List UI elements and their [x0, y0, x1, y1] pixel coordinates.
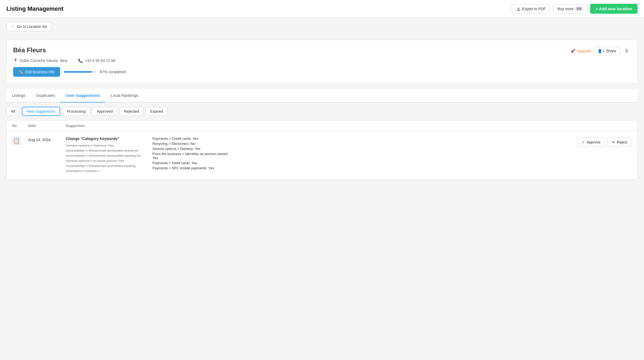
trash-icon: 🗑 — [624, 48, 629, 53]
sub-bar: ← Go to Location list — [0, 18, 644, 35]
business-name: Béa Fleurs — [13, 46, 46, 54]
tab-duplicates[interactable]: Duplicates — [31, 89, 60, 102]
main-content: Béa Fleurs 🚀 Upgrade 👤+ Share 🗑 📍 61Bis … — [0, 35, 644, 184]
business-card-actions: 🚀 Upgrade 👤+ Share 🗑 — [570, 46, 631, 55]
new-value-3: Service options > Delivery: Yes — [152, 147, 231, 151]
new-value-4: From the business > Identifies as women-… — [152, 152, 231, 160]
business-card: Béa Fleurs 🚀 Upgrade 👤+ Share 🗑 📍 61Bis … — [6, 40, 638, 83]
back-arrow-icon: ← — [11, 24, 15, 29]
suggestion-title: Change "Category Keywords" — [66, 137, 144, 141]
strikethrough-4: Service options > In-store pickup: Yes — [66, 159, 144, 163]
filter-processing[interactable]: Processing — [62, 107, 90, 116]
progress-bar-fill — [64, 71, 92, 73]
back-button[interactable]: ← Go to Location list — [6, 22, 52, 31]
strikethrough-2: Accessibility > Wheelchair accessible en… — [66, 149, 144, 153]
share-icon: 👤+ — [598, 49, 604, 53]
progress-section: ✏️ Edit business info 87% completed — [13, 67, 631, 77]
business-meta: 📍 61Bis Corniche Fleurie, Nice 📞 +33 4 9… — [13, 58, 631, 63]
export-icon — [516, 7, 521, 11]
directory-icon: 📋 — [12, 137, 21, 145]
filter-expired[interactable]: Expired — [146, 107, 167, 116]
suggestion-right: Payments > Credit cards: Yes Recycling >… — [152, 137, 231, 171]
location-icon: 📍 — [13, 58, 18, 63]
buy-more-button[interactable]: Buy more 6/6 — [553, 4, 588, 13]
new-value-6: Payments > NFC mobile payments: Yes — [152, 166, 231, 170]
top-bar: Listing Management Export to PDF Buy mor… — [0, 0, 644, 18]
col-date: Date — [28, 124, 66, 128]
new-value-1: Payments > Credit cards: Yes — [152, 137, 231, 141]
strikethrough-3: Accessibility > Wheelchair accessible pa… — [66, 154, 144, 158]
suggestion-details: Change "Category Keywords" Service optio… — [66, 137, 231, 174]
new-value-5: Payments > Debit cards: Yes — [152, 161, 231, 165]
business-card-header: Béa Fleurs 🚀 Upgrade 👤+ Share 🗑 — [13, 46, 631, 55]
x-icon: ✕ — [612, 140, 615, 144]
export-pdf-button[interactable]: Export to PDF — [512, 4, 550, 13]
tab-listings[interactable]: Listings — [6, 89, 31, 102]
phone-icon: 📞 — [78, 58, 83, 63]
check-icon: ✓ — [582, 140, 585, 144]
tab-user-suggestions[interactable]: User Suggestions — [60, 89, 105, 102]
reject-button[interactable]: ✕ Reject — [607, 138, 632, 147]
address-item: 📍 61Bis Corniche Fleurie, Nice — [13, 58, 67, 63]
pencil-icon: ✏️ — [19, 70, 23, 74]
tab-local-rankings[interactable]: Local Rankings — [105, 89, 144, 102]
filter-rejected[interactable]: Rejected — [119, 107, 143, 116]
filter-all[interactable]: All — [6, 107, 20, 116]
filter-approved[interactable]: Approved — [92, 107, 117, 116]
progress-text: 87% completed — [100, 70, 126, 74]
suggestion-date: Aug 14, 2024 — [28, 137, 66, 142]
table-header: Dir. Date Suggestion — [7, 120, 637, 131]
tabs-bar: Listings Duplicates User Suggestions Loc… — [6, 89, 638, 102]
col-suggestion: Suggestion — [66, 124, 632, 128]
filter-bar: All New suggestions Processing Approved … — [6, 102, 638, 120]
buy-more-badge: 6/6 — [575, 7, 583, 11]
col-dir: Dir. — [12, 124, 28, 128]
upgrade-button[interactable]: 🚀 Upgrade — [570, 49, 591, 53]
new-value-2: Recycling > Electronics: No — [152, 142, 231, 146]
page-title: Listing Management — [6, 5, 64, 12]
suggestion-left: Change "Category Keywords" Service optio… — [66, 137, 144, 174]
share-button[interactable]: 👤+ Share — [594, 47, 620, 55]
strikethrough-1: Service options > Delivery: Yes — [66, 144, 144, 148]
filter-new-suggestions[interactable]: New suggestions — [22, 107, 60, 116]
suggestions-table: Dir. Date Suggestion 📋 Aug 14, 2024 Chan… — [6, 120, 638, 180]
add-location-button[interactable]: + Add new location — [590, 4, 638, 14]
table-row: 📋 Aug 14, 2024 Change "Category Keywords… — [7, 131, 637, 180]
phone-item: 📞 +33 4 93 83 72 88 — [78, 58, 115, 63]
delete-button[interactable]: 🗑 — [623, 46, 631, 55]
top-bar-actions: Export to PDF Buy more 6/6 + Add new loc… — [512, 4, 638, 14]
rocket-icon: 🚀 — [570, 49, 575, 53]
strikethrough-5: Accessibility > Wheelchair accessible se… — [66, 164, 144, 168]
row-actions: ✓ Approve ✕ Reject — [577, 137, 632, 147]
progress-bar — [64, 71, 96, 73]
edit-business-button[interactable]: ✏️ Edit business info — [13, 67, 60, 77]
approve-button[interactable]: ✓ Approve — [577, 138, 605, 147]
strikethrough-6: Amenities > Gender-... — [66, 169, 144, 173]
suggestion-cell: Change "Category Keywords" Service optio… — [66, 137, 632, 174]
suggestion-content-wrapper: Change "Category Keywords" Service optio… — [66, 137, 632, 174]
